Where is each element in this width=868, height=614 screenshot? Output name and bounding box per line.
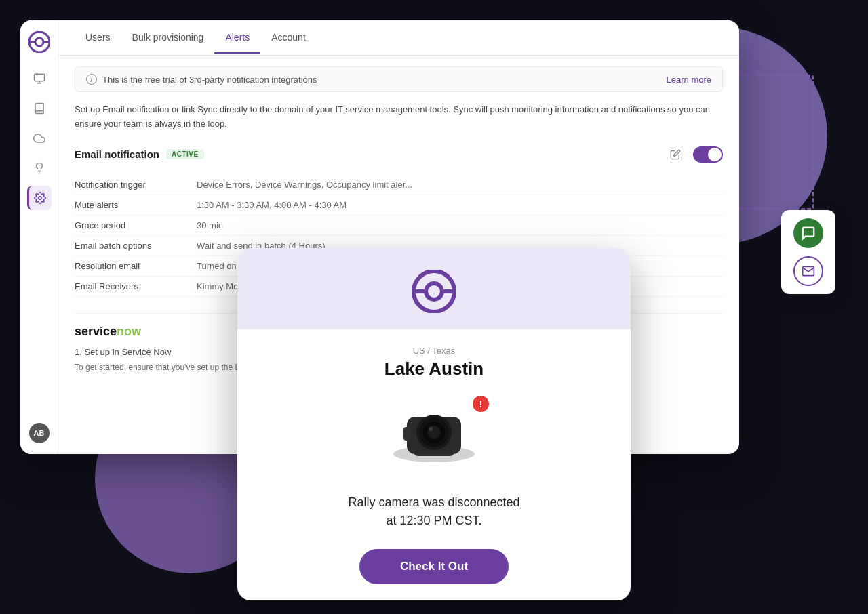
svg-rect-4 [34,74,44,81]
field-label: Notification trigger [75,175,197,195]
device-container: ! [383,393,485,477]
top-nav: Users Bulk provisioning Alerts Account [58,20,739,56]
svg-rect-22 [403,427,410,441]
svg-point-9 [39,197,42,200]
sidebar-item-settings[interactable] [27,186,52,210]
notif-card-body: US / Texas Lake Austin [237,329,631,600]
sidebar-item-devices[interactable] [27,66,52,91]
learn-more-link[interactable]: Learn more [667,75,711,85]
tab-alerts[interactable]: Alerts [214,22,260,54]
camera-image [383,393,485,474]
user-avatar[interactable]: AB [29,423,50,443]
notif-card-header [237,248,631,329]
email-notification-title: Email notification [75,148,159,160]
info-banner: i This is the free trial of 3rd-party no… [75,66,723,92]
info-banner-text: This is the free trial of 3rd-party noti… [102,75,317,85]
description-text: Set up Email notification or link Sync d… [75,103,723,131]
field-value: 30 min [197,215,723,235]
active-badge: ACTIVE [166,149,204,159]
notif-room: Lake Austin [264,359,604,380]
error-badge: ! [473,396,489,412]
field-label: Resolution email [75,255,197,276]
tab-users[interactable]: Users [75,22,121,54]
edit-button[interactable] [666,145,685,164]
field-value: 1:30 AM - 3:30 AM, 4:00 AM - 4:30 AM [197,195,723,215]
email-notification-section: Email notification ACTIVE [75,145,723,164]
sidebar-item-lightbulb[interactable] [27,156,52,180]
sidebar: AB [20,20,58,454]
table-row: Notification trigger Device Errors, Devi… [75,175,723,195]
camera-image-container: ! [383,393,485,477]
table-row: Grace period 30 min [75,215,723,235]
chat-widget-icon[interactable] [793,218,823,248]
svg-point-21 [429,427,433,431]
field-label: Grace period [75,215,197,235]
notif-location: US / Texas [264,346,604,356]
table-row: Mute alerts 1:30 AM - 3:30 AM, 4:00 AM -… [75,195,723,215]
tab-bulk-provisioning[interactable]: Bulk provisioning [121,22,215,54]
notif-message: Rally camera was disconnected at 12:30 P… [264,493,604,530]
svg-point-1 [35,38,43,46]
sidebar-item-cloud[interactable] [27,126,52,150]
notification-card: US / Texas Lake Austin [237,248,631,600]
app-logo[interactable] [28,31,50,53]
widget-card [781,210,835,294]
info-icon: i [86,74,97,85]
tab-account[interactable]: Account [260,22,317,54]
field-label: Email batch options [75,235,197,255]
email-notification-toggle[interactable] [693,146,723,163]
sidebar-item-book[interactable] [27,96,52,121]
notif-logo [412,270,456,313]
field-label: Mute alerts [75,195,197,215]
mail-widget-icon[interactable] [793,256,823,286]
field-value: Device Errors, Device Warnings, Occupanc… [197,175,723,195]
field-label: Email Receivers [75,276,197,296]
svg-point-11 [426,283,442,300]
check-it-out-button[interactable]: Check It Out [359,549,509,584]
